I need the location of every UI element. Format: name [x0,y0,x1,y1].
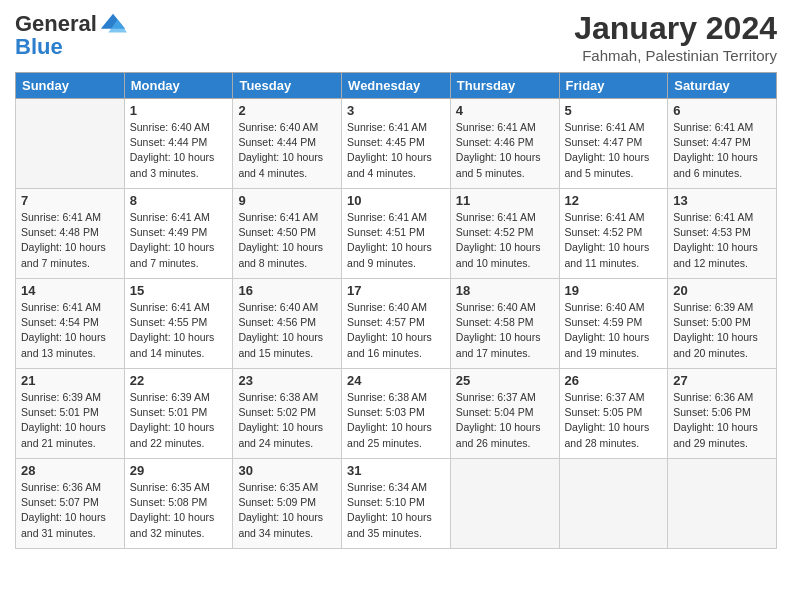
day-info: Sunrise: 6:39 AMSunset: 5:01 PMDaylight:… [21,390,119,451]
calendar-cell: 17Sunrise: 6:40 AMSunset: 4:57 PMDayligh… [342,279,451,369]
calendar-cell: 27Sunrise: 6:36 AMSunset: 5:06 PMDayligh… [668,369,777,459]
day-info: Sunrise: 6:41 AMSunset: 4:52 PMDaylight:… [456,210,554,271]
day-info: Sunrise: 6:34 AMSunset: 5:10 PMDaylight:… [347,480,445,541]
day-info: Sunrise: 6:41 AMSunset: 4:47 PMDaylight:… [565,120,663,181]
calendar-cell: 9Sunrise: 6:41 AMSunset: 4:50 PMDaylight… [233,189,342,279]
calendar-cell: 16Sunrise: 6:40 AMSunset: 4:56 PMDayligh… [233,279,342,369]
col-saturday: Saturday [668,73,777,99]
logo-icon [99,10,127,38]
calendar-cell: 3Sunrise: 6:41 AMSunset: 4:45 PMDaylight… [342,99,451,189]
day-number: 3 [347,103,445,118]
day-info: Sunrise: 6:40 AMSunset: 4:44 PMDaylight:… [238,120,336,181]
calendar-cell: 7Sunrise: 6:41 AMSunset: 4:48 PMDaylight… [16,189,125,279]
calendar-cell: 26Sunrise: 6:37 AMSunset: 5:05 PMDayligh… [559,369,668,459]
calendar-header-row: Sunday Monday Tuesday Wednesday Thursday… [16,73,777,99]
calendar-cell: 18Sunrise: 6:40 AMSunset: 4:58 PMDayligh… [450,279,559,369]
logo-blue-text: Blue [15,34,63,60]
day-info: Sunrise: 6:41 AMSunset: 4:55 PMDaylight:… [130,300,228,361]
day-number: 1 [130,103,228,118]
day-number: 5 [565,103,663,118]
calendar-cell: 11Sunrise: 6:41 AMSunset: 4:52 PMDayligh… [450,189,559,279]
day-number: 2 [238,103,336,118]
day-info: Sunrise: 6:36 AMSunset: 5:06 PMDaylight:… [673,390,771,451]
day-number: 29 [130,463,228,478]
calendar-cell: 20Sunrise: 6:39 AMSunset: 5:00 PMDayligh… [668,279,777,369]
day-number: 10 [347,193,445,208]
day-info: Sunrise: 6:41 AMSunset: 4:48 PMDaylight:… [21,210,119,271]
day-info: Sunrise: 6:41 AMSunset: 4:47 PMDaylight:… [673,120,771,181]
calendar-week-row: 1Sunrise: 6:40 AMSunset: 4:44 PMDaylight… [16,99,777,189]
day-number: 27 [673,373,771,388]
day-info: Sunrise: 6:41 AMSunset: 4:53 PMDaylight:… [673,210,771,271]
calendar-week-row: 21Sunrise: 6:39 AMSunset: 5:01 PMDayligh… [16,369,777,459]
day-info: Sunrise: 6:40 AMSunset: 4:57 PMDaylight:… [347,300,445,361]
calendar-cell: 23Sunrise: 6:38 AMSunset: 5:02 PMDayligh… [233,369,342,459]
day-info: Sunrise: 6:40 AMSunset: 4:58 PMDaylight:… [456,300,554,361]
day-info: Sunrise: 6:41 AMSunset: 4:46 PMDaylight:… [456,120,554,181]
day-number: 11 [456,193,554,208]
calendar-cell: 14Sunrise: 6:41 AMSunset: 4:54 PMDayligh… [16,279,125,369]
calendar-cell [559,459,668,549]
day-number: 14 [21,283,119,298]
calendar-cell: 13Sunrise: 6:41 AMSunset: 4:53 PMDayligh… [668,189,777,279]
calendar-cell: 1Sunrise: 6:40 AMSunset: 4:44 PMDaylight… [124,99,233,189]
calendar-table: Sunday Monday Tuesday Wednesday Thursday… [15,72,777,549]
day-number: 6 [673,103,771,118]
calendar-cell: 24Sunrise: 6:38 AMSunset: 5:03 PMDayligh… [342,369,451,459]
calendar-week-row: 28Sunrise: 6:36 AMSunset: 5:07 PMDayligh… [16,459,777,549]
day-number: 30 [238,463,336,478]
day-info: Sunrise: 6:36 AMSunset: 5:07 PMDaylight:… [21,480,119,541]
col-friday: Friday [559,73,668,99]
col-thursday: Thursday [450,73,559,99]
calendar-cell: 5Sunrise: 6:41 AMSunset: 4:47 PMDaylight… [559,99,668,189]
day-number: 20 [673,283,771,298]
day-number: 8 [130,193,228,208]
day-info: Sunrise: 6:37 AMSunset: 5:05 PMDaylight:… [565,390,663,451]
calendar-cell: 25Sunrise: 6:37 AMSunset: 5:04 PMDayligh… [450,369,559,459]
calendar-cell [668,459,777,549]
day-info: Sunrise: 6:38 AMSunset: 5:03 PMDaylight:… [347,390,445,451]
day-number: 24 [347,373,445,388]
day-number: 17 [347,283,445,298]
day-number: 15 [130,283,228,298]
calendar-cell: 12Sunrise: 6:41 AMSunset: 4:52 PMDayligh… [559,189,668,279]
col-sunday: Sunday [16,73,125,99]
page-header: General Blue January 2024 Fahmah, Palest… [15,10,777,64]
calendar-cell: 15Sunrise: 6:41 AMSunset: 4:55 PMDayligh… [124,279,233,369]
day-info: Sunrise: 6:38 AMSunset: 5:02 PMDaylight:… [238,390,336,451]
col-tuesday: Tuesday [233,73,342,99]
day-info: Sunrise: 6:37 AMSunset: 5:04 PMDaylight:… [456,390,554,451]
calendar-cell [16,99,125,189]
day-info: Sunrise: 6:41 AMSunset: 4:54 PMDaylight:… [21,300,119,361]
day-number: 4 [456,103,554,118]
day-info: Sunrise: 6:40 AMSunset: 4:56 PMDaylight:… [238,300,336,361]
logo-general-text: General [15,13,97,35]
col-monday: Monday [124,73,233,99]
day-number: 16 [238,283,336,298]
day-info: Sunrise: 6:39 AMSunset: 5:00 PMDaylight:… [673,300,771,361]
calendar-cell: 28Sunrise: 6:36 AMSunset: 5:07 PMDayligh… [16,459,125,549]
day-info: Sunrise: 6:39 AMSunset: 5:01 PMDaylight:… [130,390,228,451]
day-number: 19 [565,283,663,298]
calendar-cell: 2Sunrise: 6:40 AMSunset: 4:44 PMDaylight… [233,99,342,189]
day-info: Sunrise: 6:35 AMSunset: 5:08 PMDaylight:… [130,480,228,541]
calendar-cell: 29Sunrise: 6:35 AMSunset: 5:08 PMDayligh… [124,459,233,549]
calendar-cell [450,459,559,549]
day-number: 26 [565,373,663,388]
calendar-week-row: 14Sunrise: 6:41 AMSunset: 4:54 PMDayligh… [16,279,777,369]
calendar-cell: 8Sunrise: 6:41 AMSunset: 4:49 PMDaylight… [124,189,233,279]
day-number: 18 [456,283,554,298]
day-info: Sunrise: 6:41 AMSunset: 4:45 PMDaylight:… [347,120,445,181]
day-number: 9 [238,193,336,208]
day-number: 21 [21,373,119,388]
location-subtitle: Fahmah, Palestinian Territory [574,47,777,64]
calendar-cell: 10Sunrise: 6:41 AMSunset: 4:51 PMDayligh… [342,189,451,279]
col-wednesday: Wednesday [342,73,451,99]
calendar-week-row: 7Sunrise: 6:41 AMSunset: 4:48 PMDaylight… [16,189,777,279]
calendar-cell: 31Sunrise: 6:34 AMSunset: 5:10 PMDayligh… [342,459,451,549]
calendar-cell: 19Sunrise: 6:40 AMSunset: 4:59 PMDayligh… [559,279,668,369]
month-year-title: January 2024 [574,10,777,47]
day-number: 13 [673,193,771,208]
day-info: Sunrise: 6:41 AMSunset: 4:50 PMDaylight:… [238,210,336,271]
day-info: Sunrise: 6:35 AMSunset: 5:09 PMDaylight:… [238,480,336,541]
